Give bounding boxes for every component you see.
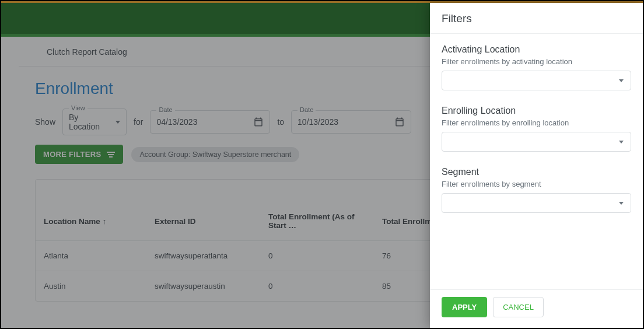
enrolling-location-select[interactable] — [442, 132, 631, 152]
filter-group-desc: Filter enrollments by activating locatio… — [442, 57, 631, 66]
filter-group-activating-location: Activating Location Filter enrollments b… — [442, 44, 631, 90]
chevron-down-icon — [619, 141, 624, 144]
filter-group-enrolling-location: Enrolling Location Filter enrollments by… — [442, 106, 631, 152]
chevron-down-icon — [619, 79, 624, 82]
filter-group-title: Activating Location — [442, 44, 631, 55]
filters-panel-body: Activating Location Filter enrollments b… — [430, 34, 643, 289]
filter-group-desc: Filter enrollments by segment — [442, 180, 631, 188]
chevron-down-icon — [619, 202, 624, 205]
filters-panel: Filters Activating Location Filter enrol… — [430, 3, 643, 328]
filter-group-title: Enrolling Location — [442, 106, 631, 116]
filter-group-desc: Filter enrollments by enrolling location — [442, 118, 631, 127]
filters-panel-footer: APPLY CANCEL — [430, 289, 643, 328]
segment-select[interactable] — [442, 193, 631, 213]
apply-button[interactable]: APPLY — [442, 297, 487, 317]
cancel-button[interactable]: CANCEL — [493, 297, 544, 317]
activating-location-select[interactable] — [442, 71, 631, 90]
filter-group-title: Segment — [442, 167, 631, 177]
filters-panel-title: Filters — [430, 3, 643, 34]
filter-group-segment: Segment Filter enrollments by segment — [442, 167, 631, 213]
